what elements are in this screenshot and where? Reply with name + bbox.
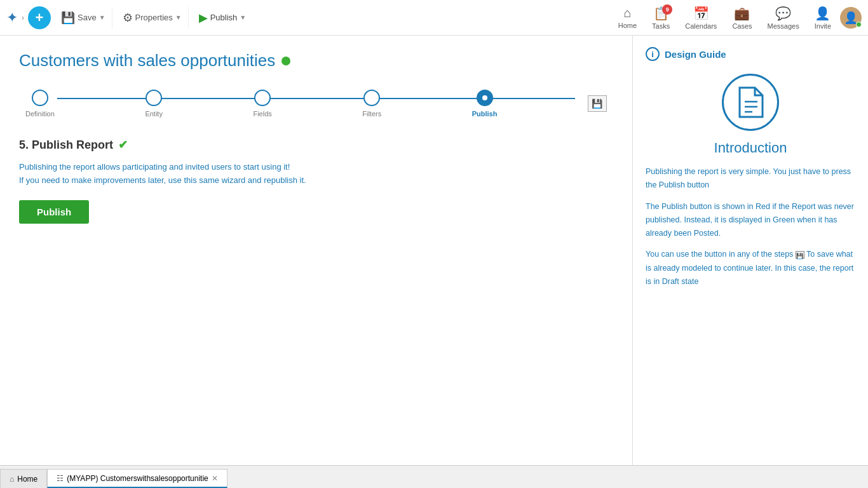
home-icon: ⌂ bbox=[623, 6, 631, 20]
home-tab-label: Home bbox=[17, 475, 37, 484]
stepper-save-icon[interactable]: 💾 bbox=[588, 95, 607, 112]
status-dot bbox=[281, 57, 290, 65]
bottom-tabs: ⌂ Home ☷ (MYAPP) Customerswithsalesoppor… bbox=[0, 465, 868, 488]
stepper-step-entity[interactable]: Entity bbox=[145, 90, 163, 118]
guide-icon-container bbox=[646, 74, 855, 131]
toolbar-right: ⌂ Home 📋 9 Tasks 📅 Calendars 💼 Cases 💬 M… bbox=[612, 3, 862, 32]
stepper-step-publish[interactable]: Publish bbox=[472, 90, 498, 118]
app-logo-icon[interactable]: ✦ bbox=[6, 10, 18, 26]
left-content: Customers with sales opportunities Defin… bbox=[0, 36, 633, 465]
cases-icon: 💼 bbox=[734, 6, 750, 21]
properties-label: Properties bbox=[135, 13, 173, 22]
stepper-label-publish: Publish bbox=[472, 110, 498, 118]
breadcrumb-chevron-icon[interactable]: › bbox=[22, 13, 24, 22]
toolbar: ✦ › + 💾 Save ▼ ⚙ Properties ▼ ▶ Publish … bbox=[0, 0, 868, 36]
invite-icon: 👤 bbox=[815, 6, 831, 21]
guide-para3-part1: You can use the button in any of the ste… bbox=[646, 250, 793, 259]
stepper-circle-definition bbox=[32, 90, 48, 106]
messages-icon: 💬 bbox=[775, 6, 791, 21]
invite-label: Invite bbox=[815, 22, 831, 30]
inline-save-icon: 💾 bbox=[796, 251, 804, 259]
tab-myapp[interactable]: ☷ (MYAPP) Customerswithsalesopportunitie… bbox=[47, 469, 227, 488]
publish-action[interactable]: ▶ Publish ▼ bbox=[193, 7, 253, 29]
myapp-tab-label: (MYAPP) Customerswithsalesopportunitie bbox=[67, 474, 208, 483]
info-icon: i bbox=[646, 47, 660, 61]
stepper-circle-filters bbox=[363, 90, 380, 106]
home-label: Home bbox=[618, 22, 637, 29]
gear-icon: ⚙ bbox=[123, 11, 133, 25]
tab-close-icon[interactable]: ✕ bbox=[212, 474, 218, 483]
stepper-step-fields[interactable]: Fields bbox=[253, 90, 271, 118]
avatar-online-dot bbox=[856, 22, 862, 27]
home-tab-icon: ⌂ bbox=[10, 475, 14, 484]
publish-chevron-icon[interactable]: ▼ bbox=[240, 14, 246, 21]
publish-toolbar-label: Publish bbox=[210, 13, 238, 22]
main-area: Customers with sales opportunities Defin… bbox=[0, 36, 868, 465]
tasks-label: Tasks bbox=[652, 22, 670, 30]
stepper-circle-fields bbox=[254, 90, 271, 106]
messages-label: Messages bbox=[768, 22, 799, 30]
add-button[interactable]: + bbox=[28, 6, 51, 29]
step-description-line2: If you need to make improvements later, … bbox=[19, 174, 613, 187]
toolbar-left: ✦ › + 💾 Save ▼ ⚙ Properties ▼ ▶ Publish … bbox=[6, 6, 612, 29]
avatar[interactable]: 👤 bbox=[840, 7, 862, 29]
publish-icon: ▶ bbox=[199, 11, 208, 25]
stepper-label-filters: Filters bbox=[362, 110, 381, 118]
myapp-tab-icon: ☷ bbox=[57, 474, 64, 483]
save-label: Save bbox=[78, 13, 97, 22]
stepper-step-filters[interactable]: Filters bbox=[362, 90, 381, 118]
step-heading-text: 5. Publish Report bbox=[19, 139, 113, 152]
nav-tasks[interactable]: 📋 9 Tasks bbox=[646, 3, 676, 32]
properties-chevron-icon[interactable]: ▼ bbox=[175, 14, 182, 21]
save-icon: 💾 bbox=[61, 11, 75, 25]
stepper-circle-entity bbox=[146, 90, 162, 106]
nav-cases[interactable]: 💼 Cases bbox=[726, 3, 758, 32]
stepper: Definition Entity Fields Filters bbox=[19, 90, 613, 118]
stepper-step-definition[interactable]: Definition bbox=[25, 90, 55, 118]
stepper-label-fields: Fields bbox=[253, 110, 271, 118]
save-action[interactable]: 💾 Save ▼ bbox=[55, 7, 112, 29]
calendars-label: Calendars bbox=[685, 22, 717, 30]
step-heading: 5. Publish Report ✔ bbox=[19, 138, 613, 152]
tasks-badge: 9 bbox=[662, 4, 672, 15]
stepper-label-definition: Definition bbox=[25, 110, 55, 118]
tab-home[interactable]: ⌂ Home bbox=[0, 469, 47, 488]
page-title-row: Customers with sales opportunities bbox=[19, 51, 613, 71]
save-chevron-icon[interactable]: ▼ bbox=[99, 14, 105, 21]
nav-calendars[interactable]: 📅 Calendars bbox=[679, 3, 723, 32]
properties-action[interactable]: ⚙ Properties ▼ bbox=[116, 7, 189, 29]
checkmark-icon: ✔ bbox=[118, 138, 128, 152]
step-description: Publishing the report allows participati… bbox=[19, 161, 613, 187]
cases-label: Cases bbox=[732, 22, 752, 30]
stepper-steps: Definition Entity Fields Filters bbox=[25, 90, 607, 118]
stepper-circle-publish bbox=[477, 90, 493, 106]
nav-messages[interactable]: 💬 Messages bbox=[761, 3, 806, 32]
guide-para1: Publishing the report is very simple. Yo… bbox=[646, 165, 855, 193]
guide-icon-circle bbox=[722, 74, 779, 131]
publish-button[interactable]: Publish bbox=[19, 200, 89, 224]
page-title: Customers with sales opportunities bbox=[19, 51, 275, 71]
guide-para2: The Publish button is shown in Red if th… bbox=[646, 200, 855, 241]
calendar-icon: 📅 bbox=[693, 6, 709, 21]
design-guide-label: Design Guide bbox=[665, 49, 726, 60]
guide-para3: You can use the button in any of the ste… bbox=[646, 248, 855, 288]
document-icon bbox=[735, 85, 766, 119]
design-guide-header: i Design Guide bbox=[646, 47, 855, 61]
right-panel: i Design Guide Introduction Publishing t… bbox=[633, 36, 868, 465]
step-description-line1: Publishing the report allows participati… bbox=[19, 161, 613, 174]
nav-invite[interactable]: 👤 Invite bbox=[808, 3, 837, 32]
guide-intro-title: Introduction bbox=[646, 140, 855, 156]
nav-home[interactable]: ⌂ Home bbox=[612, 3, 643, 32]
stepper-label-entity: Entity bbox=[145, 110, 163, 118]
